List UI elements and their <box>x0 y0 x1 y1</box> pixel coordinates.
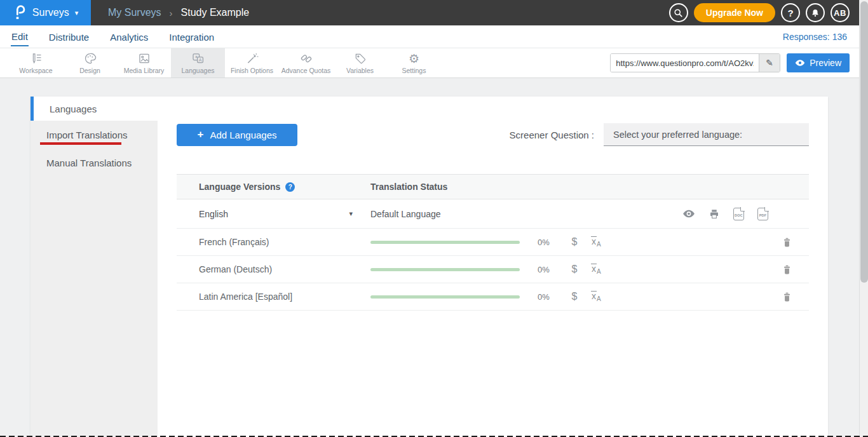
view-language-button[interactable] <box>682 210 695 218</box>
toolbar-item-media-library[interactable]: Media Library <box>117 48 171 77</box>
paid-translation-icon[interactable]: $ <box>568 236 581 248</box>
responses-count[interactable]: Responses: 136 <box>783 32 847 42</box>
toolbar-item-finish-options[interactable]: Finish Options <box>225 48 279 77</box>
translation-progress-value: 0% <box>538 292 557 302</box>
table-row-default-language: English ▾ Default Language <box>177 199 809 229</box>
tab-distribute[interactable]: Distribute <box>48 27 90 46</box>
screener-question-group: Screener Question : Select your preferre… <box>510 123 809 146</box>
paid-translation-icon[interactable]: $ <box>568 291 581 302</box>
scrollbar-thumb[interactable] <box>860 1 868 283</box>
toolbar-label: Advance Quotas <box>281 67 331 74</box>
toolbar-label: Finish Options <box>231 67 273 74</box>
delete-language-button[interactable] <box>782 237 792 248</box>
toolbar-label: Variables <box>346 67 374 74</box>
panel-title-languages[interactable]: Languages <box>31 97 828 121</box>
table-row-language: French (Français) 0% $ xA <box>177 229 809 256</box>
export-doc-button[interactable]: DOC <box>733 208 744 220</box>
toolbar-label: Workspace <box>19 67 52 74</box>
panel-title-label: Languages <box>50 104 97 114</box>
auto-translate-icon[interactable]: xA <box>591 264 601 275</box>
notifications-button[interactable] <box>806 3 825 22</box>
questionpro-logo <box>13 5 27 20</box>
help-icon[interactable]: ? <box>285 182 295 192</box>
add-languages-button[interactable]: + Add Languages <box>177 124 297 146</box>
tag-icon <box>354 52 367 65</box>
top-bar: Surveys ▾ My Surveys › Study Example Upg… <box>0 0 868 25</box>
preview-button[interactable]: Preview <box>787 53 850 72</box>
language-versions-table: Language Versions ? Translation Status E… <box>177 174 809 311</box>
language-name: German (Deutsch) <box>199 264 272 274</box>
breadcrumb: My Surveys › Study Example <box>108 7 249 18</box>
toolbar-item-design[interactable]: Design <box>63 48 117 77</box>
toolbar-label: Media Library <box>124 67 165 74</box>
default-language-name: English <box>199 209 228 219</box>
toolbar-label: Languages <box>182 67 215 74</box>
svg-text:A: A <box>199 57 202 62</box>
breadcrumb-current-survey: Study Example <box>181 7 250 18</box>
auto-translate-icon[interactable]: xA <box>591 236 601 248</box>
topbar-actions: Upgrade Now ? AB <box>669 3 868 22</box>
toolbar-item-workspace[interactable]: Workspace <box>9 48 63 77</box>
doc-file-icon: DOC <box>733 208 744 220</box>
sidebar-item-import-translations[interactable]: Import Translations <box>31 124 158 150</box>
edit-url-button[interactable]: ✎ <box>759 54 780 72</box>
breadcrumb-separator-icon: › <box>170 8 173 18</box>
toolbar-label: Design <box>79 67 100 74</box>
search-icon <box>674 8 683 18</box>
tab-analytics[interactable]: Analytics <box>109 27 149 46</box>
delete-language-button[interactable] <box>782 292 792 302</box>
question-mark-icon: ? <box>787 8 793 18</box>
translation-progress-value: 0% <box>538 265 557 274</box>
translation-progress-bar <box>370 241 520 244</box>
table-row-language: Latin America [Español] 0% $ xA <box>177 283 809 311</box>
breadcrumb-my-surveys[interactable]: My Surveys <box>108 7 161 18</box>
screener-question-select[interactable]: Select your preferred language: <box>604 123 809 146</box>
tab-edit[interactable]: Edit <box>11 27 29 46</box>
page-scrollbar[interactable] <box>859 0 868 437</box>
toolbar-right: ✎ Preview <box>610 48 868 77</box>
screener-question-label: Screener Question : <box>510 130 594 140</box>
auto-translate-icon[interactable]: xA <box>591 291 601 302</box>
chevron-down-icon: ▾ <box>75 9 79 17</box>
column-header-language-versions: Language Versions <box>199 182 280 192</box>
main-area: Languages Import Translations Manual Tra… <box>0 78 868 437</box>
sidebar-item-manual-translations[interactable]: Manual Translations <box>31 150 158 175</box>
survey-url-input[interactable] <box>611 54 759 72</box>
survey-nav: Edit Distribute Analytics Integration Re… <box>0 25 868 48</box>
bell-icon <box>811 8 820 18</box>
upgrade-now-button[interactable]: Upgrade Now <box>694 3 775 22</box>
media-library-icon <box>138 52 151 65</box>
app-label: Surveys <box>32 7 69 18</box>
print-language-button[interactable] <box>709 208 720 220</box>
language-dropdown-caret-icon[interactable]: ▾ <box>349 210 353 218</box>
chain-links-icon <box>300 52 313 65</box>
languages-card: Languages Import Translations Manual Tra… <box>31 97 828 437</box>
table-header-row: Language Versions ? Translation Status <box>177 174 809 199</box>
toolbar-item-settings[interactable]: ⚙ Settings <box>387 48 441 77</box>
export-pdf-button[interactable]: PDF <box>757 208 768 220</box>
add-languages-label: Add Languages <box>210 130 276 140</box>
design-palette-icon <box>84 52 97 65</box>
toolbar-item-variables[interactable]: Variables <box>333 48 387 77</box>
edit-toolbar: Workspace Design Media Library ✶A Langua… <box>0 48 868 78</box>
magic-wand-icon <box>246 52 259 65</box>
paid-translation-icon[interactable]: $ <box>568 264 581 275</box>
language-name: Latin America [Español] <box>199 292 292 302</box>
printer-icon <box>709 208 720 220</box>
tab-integration[interactable]: Integration <box>168 27 215 46</box>
screener-question-value: Select your preferred language: <box>613 130 742 140</box>
search-button[interactable] <box>669 3 688 22</box>
pdf-file-icon: PDF <box>757 208 768 220</box>
toolbar-item-advance-quotas[interactable]: Advance Quotas <box>279 48 333 77</box>
trash-icon <box>782 292 792 302</box>
table-row-language: German (Deutsch) 0% $ xA <box>177 256 809 283</box>
surveys-app-menu[interactable]: Surveys ▾ <box>0 0 91 25</box>
user-avatar[interactable]: AB <box>831 3 850 22</box>
workspace-icon <box>30 52 43 65</box>
translation-progress-value: 0% <box>538 238 557 247</box>
toolbar-item-languages[interactable]: ✶A Languages <box>171 48 225 77</box>
delete-language-button[interactable] <box>782 264 792 275</box>
column-header-translation-status: Translation Status <box>370 182 447 192</box>
translation-progress-bar <box>370 295 520 299</box>
help-button[interactable]: ? <box>781 3 800 22</box>
